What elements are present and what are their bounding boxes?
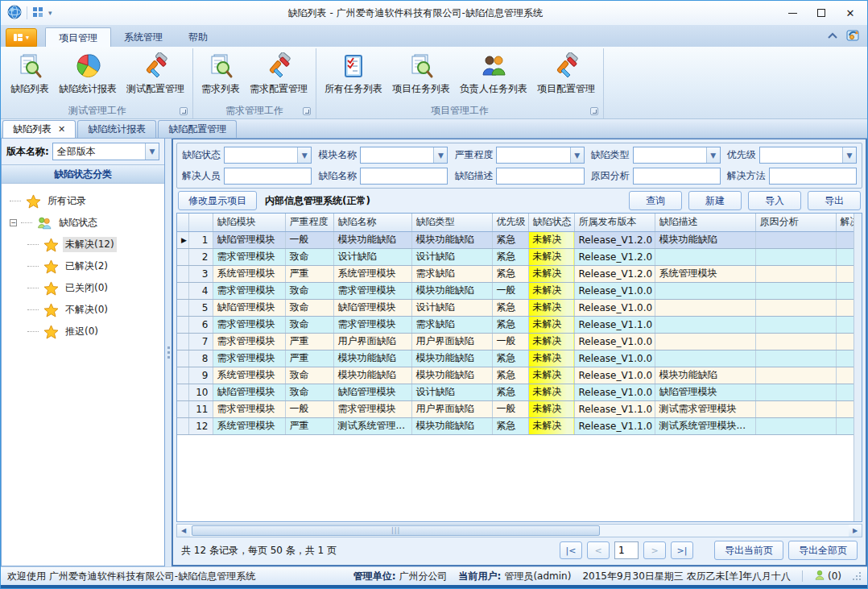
dialog-launcher-icon[interactable] bbox=[180, 107, 188, 115]
scroll-right-icon[interactable]: ▶ bbox=[849, 525, 862, 537]
cell-缺陷模块[interactable]: 缺陷管理模块 bbox=[213, 231, 285, 248]
column-header-所属发布版本[interactable]: 所属发布版本 bbox=[574, 214, 655, 231]
tree-item-所有记录[interactable]: 所有记录 bbox=[10, 190, 161, 212]
table-row[interactable]: 6需求管理模块致命需求管理模块需求缺陷紧急未解决Release_V1.1.0 bbox=[177, 316, 854, 333]
cell-缺陷模块[interactable]: 需求管理模块 bbox=[213, 282, 285, 299]
cell-优先级[interactable]: 一般 bbox=[492, 333, 528, 350]
table-row[interactable]: 7需求管理模块严重用户界面缺陷用户界面缺陷一般未解决Release_V1.0.0 bbox=[177, 333, 854, 350]
cell-优先级[interactable]: 一般 bbox=[492, 400, 528, 417]
cell-严重程度[interactable]: 致命 bbox=[285, 367, 333, 384]
horizontal-scrollbar[interactable]: ◀ ||| ▶ bbox=[176, 524, 862, 537]
table-row[interactable]: 4需求管理模块致命需求管理模块模块功能缺陷一般未解决Release_V1.0.0 bbox=[177, 282, 854, 299]
cell-缺陷描述[interactable]: 模块功能缺陷 bbox=[655, 367, 755, 384]
cell-缺陷类型[interactable]: 需求缺陷 bbox=[411, 265, 492, 282]
cell-优先级[interactable]: 紧急 bbox=[492, 350, 528, 367]
action-button-导入[interactable]: 导入 bbox=[748, 191, 801, 210]
resize-grip-icon[interactable] bbox=[853, 572, 861, 580]
table-row[interactable]: 11需求管理模块一般需求管理模块用户界面缺陷一般未解决Release_V1.1.… bbox=[177, 400, 854, 417]
cell-所属发布版本[interactable]: Release_V1.0.0 bbox=[574, 333, 655, 350]
cell-解决方法[interactable] bbox=[836, 350, 854, 367]
table-row[interactable]: 9系统管理模块致命模块功能缺陷模块功能缺陷紧急未解决Release_V1.0.0… bbox=[177, 367, 854, 384]
cell-缺陷类型[interactable]: 用户界面缺陷 bbox=[411, 400, 492, 417]
column-header-优先级[interactable]: 优先级 bbox=[492, 214, 528, 231]
column-header-严重程度[interactable]: 严重程度 bbox=[285, 214, 333, 231]
cell-所属发布版本[interactable]: Release_V1.0.0 bbox=[574, 282, 655, 299]
cell-缺陷模块[interactable]: 系统管理模块 bbox=[213, 265, 285, 282]
filter-field-优先级[interactable]: ▼ bbox=[759, 147, 857, 164]
ribbon-tab-项目管理[interactable]: 项目管理 bbox=[45, 27, 111, 47]
cell-所属发布版本[interactable]: Release_V1.0.0 bbox=[574, 384, 655, 400]
help-icon[interactable] bbox=[846, 28, 861, 45]
cell-原因分析[interactable] bbox=[755, 333, 836, 350]
cell-严重程度[interactable]: 严重 bbox=[285, 417, 333, 434]
cell-缺陷名称[interactable]: 缺陷管理模块 bbox=[333, 299, 411, 316]
ribbon-button-项目任务列表[interactable]: 项目任务列表 bbox=[387, 50, 455, 97]
cell-缺陷模块[interactable]: 缺陷管理模块 bbox=[213, 384, 285, 400]
filter-field-解决方法[interactable] bbox=[769, 168, 857, 185]
cell-原因分析[interactable] bbox=[755, 350, 836, 367]
close-button[interactable]: ✕ bbox=[837, 3, 864, 23]
cell-缺陷状态[interactable]: 未解决 bbox=[528, 265, 574, 282]
cell-优先级[interactable]: 紧急 bbox=[492, 367, 528, 384]
cell-缺陷描述[interactable]: 缺陷管理模块 bbox=[655, 384, 755, 400]
cell-缺陷类型[interactable]: 模块功能缺陷 bbox=[411, 282, 492, 299]
cell-解决方法[interactable] bbox=[836, 367, 854, 384]
cell-缺陷名称[interactable]: 需求管理模块 bbox=[333, 316, 411, 333]
cell-解决方法[interactable] bbox=[836, 333, 854, 350]
table-row[interactable]: 5缺陷管理模块致命缺陷管理模块设计缺陷紧急未解决Release_V1.0.0 bbox=[177, 299, 854, 316]
column-header-缺陷类型[interactable]: 缺陷类型 bbox=[411, 214, 492, 231]
filter-input-原因分析[interactable] bbox=[634, 168, 720, 184]
export-current-page-button[interactable]: 导出当前页 bbox=[714, 541, 783, 560]
cell-所属发布版本[interactable]: Release_V1.1.0 bbox=[574, 316, 655, 333]
ribbon-button-缺陷列表[interactable]: 缺陷列表 bbox=[6, 50, 54, 97]
cell-原因分析[interactable] bbox=[755, 400, 836, 417]
cell-解决方法[interactable] bbox=[836, 299, 854, 316]
cell-缺陷模块[interactable]: 缺陷管理模块 bbox=[213, 299, 285, 316]
cell-原因分析[interactable] bbox=[755, 299, 836, 316]
cell-原因分析[interactable] bbox=[755, 367, 836, 384]
cell-缺陷类型[interactable]: 模块功能缺陷 bbox=[411, 350, 492, 367]
cell-严重程度[interactable]: 致命 bbox=[285, 282, 333, 299]
cell-缺陷名称[interactable]: 测试系统管理... bbox=[333, 417, 411, 434]
cell-严重程度[interactable]: 严重 bbox=[285, 350, 333, 367]
table-row[interactable]: 12系统管理模块严重测试系统管理...模块功能缺陷紧急未解决Release_V1… bbox=[177, 417, 854, 434]
table-row[interactable]: 10缺陷管理模块致命缺陷管理模块设计缺陷紧急未解决Release_V1.0.0缺… bbox=[177, 384, 854, 400]
filter-input-缺陷状态[interactable] bbox=[225, 147, 297, 163]
cell-缺陷描述[interactable]: 系统管理模块 bbox=[655, 265, 755, 282]
dialog-launcher-icon[interactable] bbox=[303, 107, 311, 115]
ribbon-tab-帮助[interactable]: 帮助 bbox=[176, 27, 221, 47]
chevron-down-icon[interactable]: ▼ bbox=[842, 147, 856, 163]
action-button-新建[interactable]: 新建 bbox=[688, 191, 742, 210]
cell-缺陷状态[interactable]: 未解决 bbox=[528, 417, 574, 434]
cell-原因分析[interactable] bbox=[755, 248, 836, 265]
application-menu-button[interactable]: ▾ bbox=[6, 28, 37, 47]
tree-item-缺陷状态[interactable]: −缺陷状态 bbox=[10, 212, 161, 234]
cell-解决方法[interactable] bbox=[836, 316, 854, 333]
cell-解决方法[interactable] bbox=[836, 417, 854, 434]
cell-缺陷描述[interactable] bbox=[655, 282, 755, 299]
cell-所属发布版本[interactable]: Release_V1.0.0 bbox=[574, 299, 655, 316]
cell-严重程度[interactable]: 致命 bbox=[285, 384, 333, 400]
cell-严重程度[interactable]: 一般 bbox=[285, 231, 333, 248]
sidebar-splitter[interactable] bbox=[165, 139, 172, 566]
filter-input-缺陷类型[interactable] bbox=[634, 147, 706, 163]
column-header-原因分析[interactable]: 原因分析 bbox=[755, 214, 836, 231]
cell-严重程度[interactable]: 致命 bbox=[285, 299, 333, 316]
filter-field-缺陷状态[interactable]: ▼ bbox=[224, 147, 312, 164]
ribbon-button-缺陷统计报表[interactable]: 缺陷统计报表 bbox=[54, 50, 122, 97]
cell-优先级[interactable]: 紧急 bbox=[492, 384, 528, 400]
cell-所属发布版本[interactable]: Release_V1.2.0 bbox=[574, 265, 655, 282]
cell-缺陷名称[interactable]: 缺陷管理模块 bbox=[333, 384, 411, 400]
cell-缺陷类型[interactable]: 需求缺陷 bbox=[411, 316, 492, 333]
cell-严重程度[interactable]: 致命 bbox=[285, 316, 333, 333]
cell-缺陷名称[interactable]: 模块功能缺陷 bbox=[333, 231, 411, 248]
next-page-button[interactable]: > bbox=[643, 541, 666, 559]
cell-所属发布版本[interactable]: Release_V1.1.0 bbox=[574, 400, 655, 417]
cell-缺陷模块[interactable]: 需求管理模块 bbox=[213, 316, 285, 333]
cell-缺陷状态[interactable]: 未解决 bbox=[528, 316, 574, 333]
cell-原因分析[interactable] bbox=[755, 282, 836, 299]
action-button-导出[interactable]: 导出 bbox=[808, 191, 861, 210]
cell-缺陷状态[interactable]: 未解决 bbox=[528, 367, 574, 384]
cell-原因分析[interactable] bbox=[755, 316, 836, 333]
cell-缺陷类型[interactable]: 模块功能缺陷 bbox=[411, 417, 492, 434]
